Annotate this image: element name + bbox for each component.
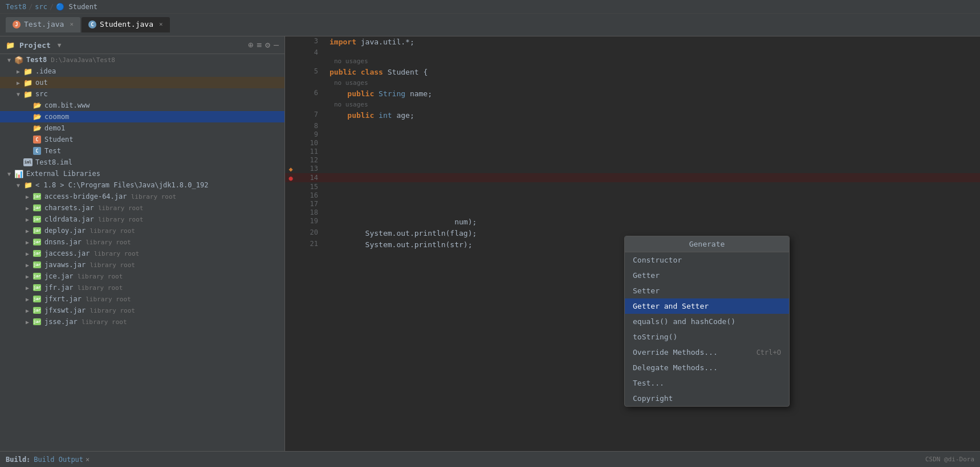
line-content-15	[325, 182, 980, 191]
context-menu-item-tostring[interactable]: toString()	[625, 329, 789, 345]
tree-icon-coomom: 📂	[32, 112, 42, 121]
tree-item-javaws-jar[interactable]: ▶ jar javaws.jar library root	[0, 259, 284, 271]
tree-icon-jfr-jar: jar	[32, 283, 42, 292]
tree-arrow-src: ▼	[14, 91, 23, 97]
tree-item-jsse-jar[interactable]: ▶ jar jsse.jar library root	[0, 316, 284, 327]
line-num-8: 8	[296, 121, 325, 130]
line-content-10	[325, 138, 980, 147]
tree-item-charsets-jar[interactable]: ▶ jar charsets.jar library root	[0, 202, 284, 214]
breadcrumb-src[interactable]: src	[35, 3, 47, 11]
line-num-21: 21	[296, 239, 325, 251]
context-menu-item-copyright[interactable]: Copyright	[625, 391, 789, 406]
tree-icon-access-bridge-64-jar: jar	[32, 192, 42, 201]
tree-item-jfxrt-jar[interactable]: ▶ jar jfxrt.jar library root	[0, 293, 284, 305]
context-menu-item-test[interactable]: Test...	[625, 375, 789, 391]
breadcrumb-student[interactable]: 🔵 Student	[56, 3, 97, 11]
gutter-cell-8	[285, 121, 296, 130]
gutter-cell-16	[285, 191, 296, 199]
line-num-12: 12	[296, 155, 325, 164]
tab-test-java-icon: J	[13, 21, 21, 28]
breadcrumb-test8[interactable]: Test8	[6, 3, 26, 11]
code-token: public	[330, 111, 379, 120]
line-content-17	[325, 199, 980, 208]
code-token: int	[379, 111, 396, 120]
tree-item-jce-jar[interactable]: ▶ jar jce.jar library root	[0, 271, 284, 282]
tree-item-src[interactable]: ▼ 📁 src	[0, 88, 284, 100]
tree-arrow-dnsns-jar: ▶	[23, 239, 32, 245]
context-menu-item-equals-hashcode[interactable]: equals() and hashCode()	[625, 314, 789, 329]
line-content-9	[325, 130, 980, 138]
tree-label-jsse-jar: jsse.jar library root	[44, 318, 127, 326]
code-token: class	[361, 68, 388, 76]
line-num-hint	[296, 78, 325, 88]
line-num-10: 10	[296, 138, 325, 147]
context-menu-item-delegate-methods[interactable]: Delegate Methods...	[625, 360, 789, 375]
collapse-all-btn[interactable]: ≡	[257, 40, 262, 50]
line-content-18	[325, 208, 980, 216]
line-content-12	[325, 155, 980, 164]
code-token: import	[330, 38, 361, 46]
tree-item-test8-iml[interactable]: iml Test8.iml	[0, 157, 284, 168]
tree-item-com-bit-www[interactable]: 📂 com.bit.www	[0, 100, 284, 111]
code-token: ;	[410, 38, 414, 46]
tree-label-jce-jar: jce.jar library root	[44, 272, 123, 280]
context-menu-item-constructor[interactable]: Constructor	[625, 252, 789, 268]
tab-student-java-close[interactable]: ×	[159, 21, 163, 28]
tree-item-test-class[interactable]: C Test	[0, 145, 284, 157]
tree-label-deploy-jar: deploy.jar library root	[44, 227, 135, 235]
tree-label-student-class: Student	[44, 136, 74, 144]
context-menu-item-setter[interactable]: Setter	[625, 283, 789, 298]
build-output-tab[interactable]: Build Output	[34, 456, 83, 464]
context-menu-item-getter-setter[interactable]: Getter and Setter	[625, 298, 789, 314]
tree-item-demo1[interactable]: 📂 demo1	[0, 122, 284, 134]
line-num-7: 7	[296, 110, 325, 121]
tree-item-cldrdata-jar[interactable]: ▶ jar cldrdata.jar library root	[0, 214, 284, 225]
tree-item-idea[interactable]: ▶ 📁 .idea	[0, 65, 284, 77]
hide-btn[interactable]: —	[274, 40, 279, 50]
tab-test-java[interactable]: J Test.java ×	[6, 17, 80, 32]
tree-icon-jfxswt-jar: jar	[32, 306, 42, 315]
build-output-close[interactable]: ×	[86, 456, 90, 464]
tree-item-jfxswt-jar[interactable]: ▶ jar jfxswt.jar library root	[0, 305, 284, 316]
line-num-15: 15	[296, 182, 325, 191]
tree-item-deploy-jar[interactable]: ▶ jar deploy.jar library root	[0, 225, 284, 236]
bottom-bar: Build: Build Output × CSDN @di-Dora	[0, 451, 980, 467]
code-token: String	[379, 89, 410, 98]
code-token: java.util.*	[361, 38, 410, 46]
context-menu-label-tostring: toString()	[633, 333, 677, 341]
locate-file-btn[interactable]: ⊕	[248, 40, 253, 50]
context-menu-title: Generate	[625, 236, 789, 252]
tree-item-out[interactable]: ▶ 📁 out	[0, 77, 284, 88]
gutter-cell-20	[285, 228, 296, 239]
gutter-hint	[285, 56, 296, 67]
tree-item-jfr-jar[interactable]: ▶ jar jfr.jar library root	[0, 282, 284, 293]
tree-icon-charsets-jar: jar	[32, 203, 42, 212]
tree-item-test8[interactable]: ▼ 📦 Test8 D:\JavaJava\Test8	[0, 54, 284, 65]
tree-label-jaccess-jar: jaccess.jar library root	[44, 249, 139, 257]
tree-item-jdk18[interactable]: ▼ 📁 < 1.8 > C:\Program Files\Java\jdk1.8…	[0, 179, 284, 191]
tree-item-jaccess-jar[interactable]: ▶ jar jaccess.jar library root	[0, 248, 284, 259]
line-num-hint	[296, 56, 325, 67]
line-num-4: 4	[296, 48, 325, 56]
tree-label-javaws-jar: javaws.jar library root	[44, 261, 135, 269]
context-menu-item-override-methods[interactable]: Override Methods... Ctrl+O	[625, 345, 789, 360]
settings-btn[interactable]: ⚙	[265, 40, 270, 50]
code-token: name;	[410, 89, 432, 98]
context-menu-label-constructor: Constructor	[633, 256, 682, 264]
gutter-cell-3	[285, 36, 296, 48]
context-menu-shortcut-override-methods: Ctrl+O	[757, 349, 781, 357]
tree-icon-idea: 📁	[23, 67, 33, 76]
context-menu-label-getter: Getter	[633, 271, 660, 280]
tree-item-dnsns-jar[interactable]: ▶ jar dnsns.jar library root	[0, 236, 284, 248]
tree-icon-test8: 📦	[14, 55, 24, 64]
tree-icon-test-class: C	[32, 146, 42, 155]
context-menu-item-getter[interactable]: Getter	[625, 268, 789, 283]
line-content-6: public String name;	[325, 88, 980, 100]
tab-student-java[interactable]: C Student.java ×	[82, 17, 170, 32]
tree-item-ext-libs[interactable]: ▼ 📊 External Libraries	[0, 168, 284, 179]
tree-item-coomom[interactable]: 📂 coomom	[0, 111, 284, 122]
tree-item-access-bridge-64-jar[interactable]: ▶ jar access-bridge-64.jar library root	[0, 191, 284, 202]
line-num-6: 6	[296, 88, 325, 100]
tree-item-student-class[interactable]: C Student	[0, 134, 284, 145]
tab-test-java-close[interactable]: ×	[70, 21, 74, 28]
